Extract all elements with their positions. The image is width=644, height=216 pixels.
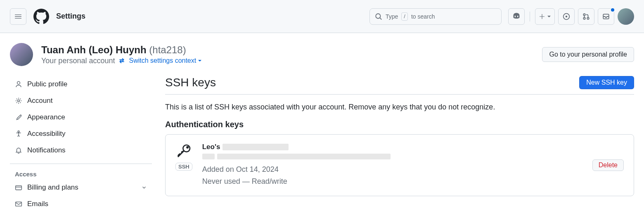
profile-avatar[interactable]: [10, 43, 33, 66]
nav-appearance[interactable]: Appearance: [10, 109, 152, 126]
svg-point-6: [17, 81, 20, 84]
search-icon: [375, 13, 382, 20]
page-title: Settings: [56, 12, 85, 21]
nav-label: Account: [27, 97, 52, 105]
nav-label: Emails: [27, 200, 48, 208]
key-fingerprint: [202, 154, 582, 159]
caret-down-icon: [198, 59, 202, 63]
search-input[interactable]: Type / to search: [369, 8, 502, 25]
nav-label: Notifications: [27, 146, 66, 154]
create-new-button[interactable]: [535, 8, 555, 25]
profile-header: Tuan Anh (Leo) Huynh (hta218) Your perso…: [0, 40, 644, 66]
switch-context-link[interactable]: Switch settings context: [129, 57, 202, 64]
svg-point-2: [566, 15, 568, 17]
profile-subtitle: Your personal account: [41, 57, 115, 65]
nav-label: Public profile: [27, 80, 67, 88]
profile-display-name: Tuan Anh (Leo) Huynh: [41, 44, 147, 55]
issue-icon: [563, 13, 570, 20]
goto-profile-button[interactable]: Go to your personal profile: [542, 47, 634, 62]
svg-point-3: [583, 14, 585, 16]
chevron-down-icon: [141, 185, 147, 190]
profile-username: (hta218): [149, 44, 186, 55]
hamburger-menu-button[interactable]: [10, 8, 26, 25]
svg-point-0: [376, 14, 380, 18]
nav-account[interactable]: Account: [10, 93, 152, 109]
svg-point-12: [187, 147, 188, 148]
ssh-key-item: SSH Leo's Added on Oct 14, 2024 Never us…: [165, 134, 634, 196]
header-separator: [530, 12, 530, 21]
nav-emails[interactable]: Emails: [10, 196, 152, 212]
user-avatar-menu[interactable]: [618, 8, 634, 25]
key-title: Leo's: [202, 143, 582, 151]
nav-label: Accessibility: [27, 130, 66, 138]
top-bar: Settings Type / to search: [0, 0, 644, 33]
main-content: SSH keys New SSH key This is a list of S…: [165, 76, 637, 212]
key-icon: [175, 143, 192, 159]
svg-point-7: [18, 100, 20, 102]
new-ssh-key-button[interactable]: New SSH key: [579, 76, 634, 89]
nav-billing[interactable]: Billing and plans: [10, 179, 152, 196]
content-title: SSH keys: [165, 76, 216, 89]
credit-card-icon: [15, 184, 22, 191]
inbox-icon: [602, 13, 610, 20]
svg-point-5: [587, 17, 589, 19]
nav-section-access: Access: [10, 167, 152, 179]
paintbrush-icon: [15, 114, 22, 121]
gear-icon: [15, 97, 22, 104]
redacted-text: [217, 154, 391, 159]
auth-keys-heading: Authentication keys: [165, 120, 634, 129]
content-description: This is a list of SSH keys associated wi…: [165, 103, 634, 112]
svg-rect-10: [16, 202, 22, 206]
mail-icon: [15, 200, 22, 208]
github-logo[interactable]: [33, 8, 50, 25]
swap-icon: [118, 57, 125, 64]
accessibility-icon: [15, 130, 22, 138]
copilot-button[interactable]: [508, 8, 525, 25]
pull-request-icon: [582, 13, 590, 20]
nav-label: Billing and plans: [27, 183, 78, 192]
nav-accessibility[interactable]: Accessibility: [10, 126, 152, 142]
hamburger-icon: [14, 13, 22, 20]
svg-point-4: [583, 17, 585, 19]
nav-separator: [10, 164, 152, 164]
nav-notifications[interactable]: Notifications: [10, 142, 152, 159]
nav-label: Appearance: [27, 113, 65, 121]
person-icon: [15, 81, 22, 88]
svg-rect-9: [16, 186, 22, 190]
search-placeholder-prefix: Type: [386, 13, 398, 20]
delete-key-button[interactable]: Delete: [592, 159, 624, 171]
settings-sidebar: Public profile Account Appearance Access…: [3, 76, 152, 212]
plus-icon: [539, 13, 545, 20]
search-kbd: /: [401, 12, 408, 21]
search-placeholder-suffix: to search: [411, 13, 435, 20]
copilot-icon: [512, 12, 521, 21]
redacted-text: [223, 144, 289, 150]
key-title-text: Leo's: [202, 143, 220, 151]
key-usage: Never used — Read/write: [202, 176, 582, 188]
caret-down-icon: [547, 14, 551, 19]
profile-name: Tuan Anh (Leo) Huynh (hta218): [41, 44, 202, 56]
key-added-date: Added on Oct 14, 2024: [202, 164, 582, 176]
svg-point-8: [18, 131, 19, 133]
notification-indicator: [610, 7, 615, 12]
redacted-text: [202, 154, 215, 159]
pull-requests-button[interactable]: [578, 8, 594, 25]
ssh-type-badge: SSH: [175, 163, 192, 171]
github-mark-icon: [33, 9, 49, 24]
bell-icon: [15, 147, 22, 154]
issues-button[interactable]: [558, 8, 575, 25]
nav-public-profile[interactable]: Public profile: [10, 76, 152, 93]
